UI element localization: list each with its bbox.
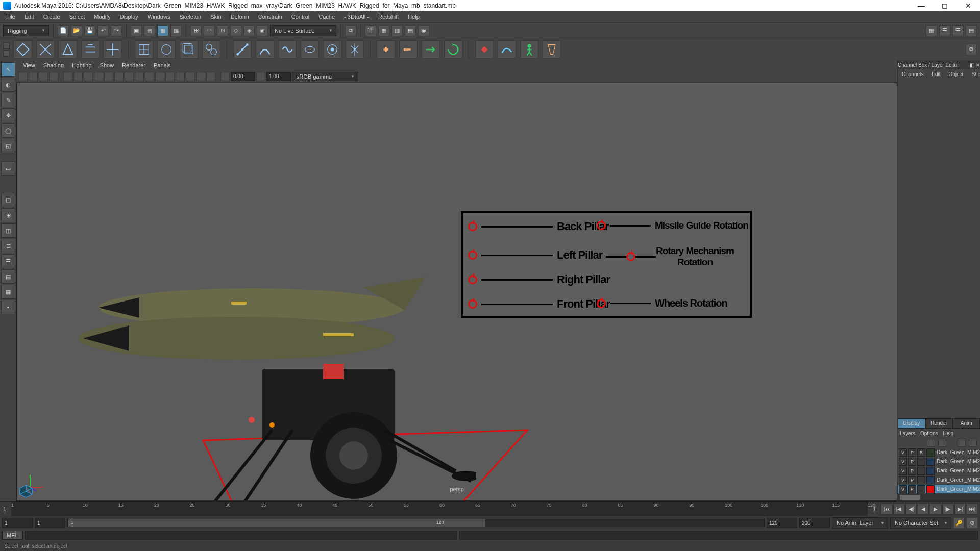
exposure-field[interactable]: 0.00: [231, 72, 255, 81]
gate-mask-icon[interactable]: [94, 72, 103, 81]
render-globals-icon[interactable]: ◉: [418, 25, 429, 36]
range-end-outer[interactable]: [799, 518, 830, 528]
lattice-icon[interactable]: [135, 40, 153, 59]
layer-new-selected-icon[interactable]: [969, 439, 977, 447]
step-fwd-button[interactable]: |▶: [942, 504, 953, 515]
rotary-control[interactable]: [626, 252, 635, 261]
step-back-button[interactable]: ◀|: [905, 504, 917, 515]
grid-toggle-icon[interactable]: [63, 72, 72, 81]
scale-tool[interactable]: ◱: [1, 139, 15, 153]
panel-menu-shading[interactable]: Shading: [40, 61, 67, 69]
channel-list-area[interactable]: [898, 79, 980, 418]
layer-row[interactable]: VPRDark_Green_MIM23_HAWK: [898, 448, 980, 457]
snap-scale-icon[interactable]: [59, 40, 77, 59]
last-tool[interactable]: ▭: [1, 161, 15, 176]
menu-deform[interactable]: Deform: [227, 12, 253, 21]
layer-row[interactable]: VPDark_Green_MIM23_H...: [898, 485, 980, 494]
textured-icon[interactable]: [155, 72, 164, 81]
menu-skin[interactable]: Skin: [206, 12, 225, 21]
script-lang-toggle[interactable]: MEL: [2, 531, 23, 540]
layer-color-swatch[interactable]: [926, 467, 935, 475]
go-end-button[interactable]: ⏭|: [967, 504, 978, 515]
layer-color-swatch[interactable]: [926, 485, 935, 493]
channel-tab-object[interactable]: Object: [947, 70, 966, 78]
new-scene-button[interactable]: 📄: [58, 25, 69, 36]
missile-guide-control[interactable]: [597, 221, 606, 230]
layer-playback-toggle[interactable]: P: [908, 485, 916, 493]
viewport-persp[interactable]: Back Pillar Missile Guide Rotation Left …: [16, 83, 897, 501]
select-hier-button[interactable]: ▤: [144, 25, 155, 36]
step-back-key-button[interactable]: |◀: [893, 504, 904, 515]
render-frame-button[interactable]: 🎬: [365, 25, 376, 36]
view-image-icon[interactable]: [49, 72, 58, 81]
layer-row[interactable]: VPDark_Green_MIM23_H...: [898, 466, 980, 475]
view-bookmark-icon[interactable]: [39, 72, 48, 81]
select-tool[interactable]: ↖: [1, 62, 15, 77]
snap-plane-button[interactable]: ◇: [230, 25, 241, 36]
anim-layer-dropdown[interactable]: No Anim Layer: [832, 517, 888, 529]
layer-ref-toggle[interactable]: [917, 467, 925, 475]
save-scene-button[interactable]: 💾: [84, 25, 95, 36]
move-tool[interactable]: ✥: [1, 108, 15, 122]
hyper-pane-button[interactable]: ▦: [1, 285, 15, 299]
xray-joints-icon[interactable]: [196, 72, 205, 81]
outliner-pane-button[interactable]: ☰: [1, 254, 15, 268]
snap-together-icon[interactable]: [104, 40, 122, 59]
xray-icon[interactable]: [186, 72, 195, 81]
snap-rotate-icon[interactable]: [36, 40, 55, 59]
paint-select-tool[interactable]: ✎: [1, 93, 15, 107]
view-select-icon[interactable]: [18, 72, 28, 81]
layer-menu-layers[interactable]: Layers: [900, 431, 915, 436]
redo-button[interactable]: ↷: [111, 25, 122, 36]
panel-menu-show[interactable]: Show: [96, 61, 118, 69]
open-scene-button[interactable]: 📂: [71, 25, 82, 36]
layer-scrollbar[interactable]: [898, 494, 980, 501]
film-gate-icon[interactable]: [74, 72, 83, 81]
back-pillar-control[interactable]: [468, 222, 477, 231]
layer-vis-toggle[interactable]: V: [899, 458, 907, 466]
channel-tab-channels[interactable]: Channels: [900, 70, 925, 78]
layer-color-swatch[interactable]: [926, 476, 935, 484]
snap-live-button[interactable]: ◈: [243, 25, 255, 36]
maya-viewcube-icon[interactable]: [19, 484, 33, 498]
single-pane-button[interactable]: ▢: [1, 193, 15, 207]
command-input[interactable]: [25, 531, 457, 540]
set-key-icon[interactable]: [475, 40, 494, 59]
menu-help[interactable]: Help: [404, 12, 424, 21]
toggle-tool-icon[interactable]: ☰: [952, 25, 964, 36]
layer-ref-toggle[interactable]: R: [917, 448, 925, 457]
custom-pane-button[interactable]: ▪: [1, 300, 15, 314]
layer-move-down-icon[interactable]: [938, 439, 946, 447]
select-mode-button[interactable]: ▣: [131, 25, 142, 36]
isolate-icon[interactable]: [206, 72, 215, 81]
humanik-icon[interactable]: [520, 40, 538, 59]
joint-tool-icon[interactable]: [233, 40, 252, 59]
menu-display[interactable]: Display: [116, 12, 142, 21]
menu-dtoall[interactable]: - 3DtoAll -: [340, 12, 373, 21]
aim-constraint-icon[interactable]: [422, 40, 440, 59]
range-end-inner[interactable]: [767, 518, 797, 528]
menu-cache[interactable]: Cache: [314, 12, 339, 21]
layer-row[interactable]: VPDark_Green_MIM23_H...: [898, 475, 980, 485]
character-set-dropdown[interactable]: No Character Set: [890, 517, 951, 529]
go-start-button[interactable]: |⏮: [881, 504, 892, 515]
range-slider[interactable]: 1120: [67, 519, 765, 527]
layer-vis-toggle[interactable]: V: [899, 485, 907, 493]
shaded-icon[interactable]: [145, 72, 154, 81]
bind-skin-icon[interactable]: [301, 40, 319, 59]
snap-curve-button[interactable]: ◠: [204, 25, 215, 36]
layer-menu-options[interactable]: Options: [920, 431, 938, 436]
range-start-inner[interactable]: [35, 518, 65, 528]
menu-file[interactable]: File: [2, 12, 19, 21]
batch-render-button[interactable]: ▤: [405, 25, 416, 36]
play-fwd-button[interactable]: ▶: [930, 504, 941, 515]
panel-menu-renderer[interactable]: Renderer: [118, 61, 149, 69]
shelf-tab-prev[interactable]: [3, 42, 10, 49]
minimize-button[interactable]: —: [910, 0, 933, 11]
workspace-dropdown[interactable]: Rigging: [3, 25, 49, 36]
ik-handle-icon[interactable]: [256, 40, 274, 59]
snap-move-icon[interactable]: [14, 40, 32, 59]
layer-tab-display[interactable]: Display: [898, 418, 925, 429]
exposure-icon[interactable]: [220, 72, 230, 81]
menu-skeleton[interactable]: Skeleton: [175, 12, 205, 21]
